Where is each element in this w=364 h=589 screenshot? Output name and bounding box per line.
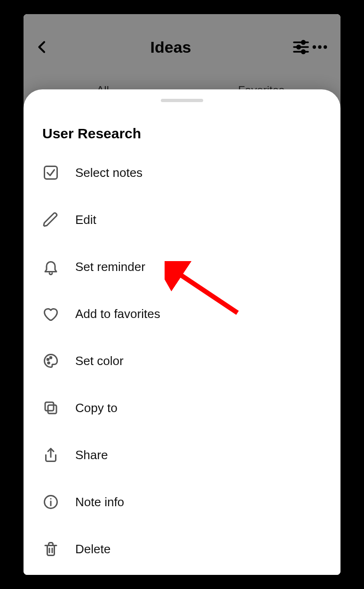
menu-label: Select notes [75,166,142,180]
back-button[interactable] [35,40,50,55]
menu-set-reminder[interactable]: Set reminder [42,243,322,290]
menu-label: Add to favorites [75,307,160,321]
svg-point-7 [318,45,321,48]
trash-icon [42,541,59,557]
menu-add-favorites[interactable]: Add to favorites [42,290,322,337]
background-header: Ideas [24,14,340,80]
menu-select-notes[interactable]: Select notes [42,149,322,196]
sheet-grabber[interactable] [161,99,203,102]
bell-icon [42,258,59,275]
menu-set-color[interactable]: Set color [42,337,322,384]
app-frame: Ideas All Favorites User Research Select… [24,14,340,575]
svg-point-17 [50,498,52,500]
menu-label: Edit [75,213,96,227]
menu-label: Set reminder [75,260,145,274]
palette-icon [42,352,59,369]
svg-point-3 [297,46,301,49]
sheet-menu: Select notes Edit Set reminder Add to fa… [24,149,340,573]
checkbox-icon [42,164,59,181]
info-icon [42,493,59,510]
svg-rect-14 [45,402,54,411]
more-button[interactable] [310,38,329,56]
menu-label: Share [75,448,108,462]
menu-copy-to[interactable]: Copy to [42,384,322,431]
filter-button[interactable] [292,38,310,56]
heart-icon [42,305,59,322]
svg-point-8 [324,45,327,48]
menu-edit[interactable]: Edit [42,196,322,243]
svg-point-10 [47,358,49,360]
menu-delete[interactable]: Delete [42,525,322,573]
sheet-title: User Research [24,126,340,149]
share-icon [42,446,59,463]
copy-icon [42,399,59,416]
menu-label: Delete [75,542,111,557]
pencil-icon [42,211,59,228]
svg-point-5 [302,50,305,54]
menu-share[interactable]: Share [42,431,322,478]
svg-point-1 [302,41,305,44]
page-title: Ideas [50,38,292,56]
menu-label: Copy to [75,401,118,415]
action-sheet: User Research Select notes Edit Set remi… [24,89,340,575]
svg-rect-9 [45,167,57,179]
menu-label: Set color [75,354,124,368]
svg-point-12 [48,362,50,364]
menu-label: Note info [75,495,124,509]
svg-point-11 [50,357,52,358]
svg-rect-13 [48,405,56,414]
menu-note-info[interactable]: Note info [42,478,322,525]
svg-point-6 [313,45,316,48]
